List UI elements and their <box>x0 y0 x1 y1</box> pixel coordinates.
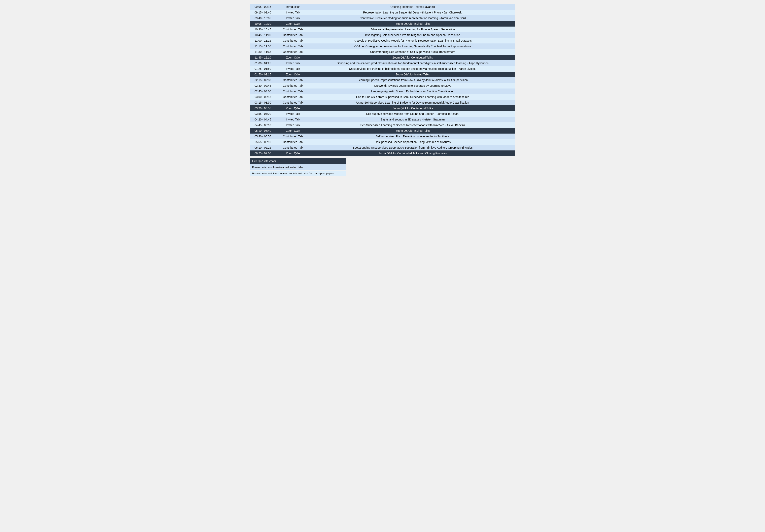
row-title: Self-Supervised Learning of Speech Repre… <box>310 122 515 128</box>
legend-item: Pre-recorder and live-streamed contribut… <box>250 171 347 177</box>
legend-item: Pre-recorded and live-streamed invited t… <box>250 164 347 170</box>
row-type: Invited Talk <box>276 111 310 117</box>
row-type: Zoom Q&A <box>276 128 310 134</box>
row-time: 10:05 - 10:30 <box>250 21 276 27</box>
schedule-row: 03:00 - 03:15 Contributed Talk End-to-En… <box>250 94 515 100</box>
row-type: Contributed Talk <box>276 89 310 94</box>
row-title: Zoom Q&A for Contributed Talks <box>310 55 515 60</box>
row-type: Contributed Talk <box>276 100 310 105</box>
row-type: Contributed Talk <box>276 145 310 151</box>
row-time: 09:15 - 09:40 <box>250 10 276 15</box>
schedule-row: 04:45 - 05:10 Invited Talk Self-Supervis… <box>250 122 515 128</box>
row-time: 09:05 - 09:15 <box>250 4 276 10</box>
row-type: Zoom Q&A <box>276 72 310 77</box>
schedule-row: 09:40 - 10:05 Invited Talk Contrastive P… <box>250 15 515 21</box>
row-title: Representation Learning on Sequential Da… <box>310 10 515 15</box>
schedule-row: 01:50 - 02:15 Zoom Q&A Zoom Q&A for Invi… <box>250 72 515 77</box>
schedule-row: 09:15 - 09:40 Invited Talk Representatio… <box>250 10 515 15</box>
row-title: Using Self-Supervised Learning of Birdso… <box>310 100 515 105</box>
row-time: 11:15 - 11:30 <box>250 43 276 49</box>
schedule-row: 03:55 - 04:20 Invited Talk Self-supervis… <box>250 111 515 117</box>
row-title: Zoom Q&A for Invited Talks <box>310 72 515 77</box>
row-title: Zoom Q&A for Invited Talks <box>310 21 515 27</box>
schedule-container: 09:05 - 09:15 Introduction Opening Remar… <box>250 4 515 177</box>
row-time: 05:10 - 05:40 <box>250 128 276 134</box>
row-time: 10:30 - 10:45 <box>250 27 276 32</box>
schedule-row: 10:30 - 10:45 Contributed Talk Adversari… <box>250 27 515 32</box>
schedule-row: 01:00 - 01:25 Invited Talk Denoising and… <box>250 60 515 66</box>
schedule-row: 03:15 - 03:30 Contributed Talk Using Sel… <box>250 100 515 105</box>
row-type: Contributed Talk <box>276 134 310 139</box>
row-type: Contributed Talk <box>276 49 310 55</box>
row-title: Zoom Q&A for Contributed Talks and Closi… <box>310 151 515 156</box>
row-time: 03:00 - 03:15 <box>250 94 276 100</box>
row-time: 11:00 - 11:15 <box>250 38 276 43</box>
row-type: Contributed Talk <box>276 94 310 100</box>
row-time: 06:10 - 06:25 <box>250 145 276 151</box>
row-time: 11:45 - 12:10 <box>250 55 276 60</box>
row-title: Denoising and real-vs-corrupted classifi… <box>310 60 515 66</box>
row-title: Unsupervised Speech Separation Using Mix… <box>310 139 515 145</box>
row-time: 09:40 - 10:05 <box>250 15 276 21</box>
row-type: Contributed Talk <box>276 83 310 89</box>
row-type: Contributed Talk <box>276 77 310 83</box>
schedule-row: 11:45 - 12:10 Zoom Q&A Zoom Q&A for Cont… <box>250 55 515 60</box>
row-title: Bootstrapping Unsupervised Deep Music Se… <box>310 145 515 151</box>
row-title: Unsupervised pre-training of bidirection… <box>310 66 515 72</box>
schedule-row: 05:40 - 05:55 Contributed Talk Self-supe… <box>250 134 515 139</box>
row-type: Invited Talk <box>276 66 310 72</box>
row-time: 01:25 - 01:50 <box>250 66 276 72</box>
row-type: Contributed Talk <box>276 38 310 43</box>
row-type: Contributed Talk <box>276 139 310 145</box>
schedule-row: 06:25 - 07:00 Zoom Q&A Zoom Q&A for Cont… <box>250 151 515 156</box>
row-time: 02:30 - 02:45 <box>250 83 276 89</box>
row-time: 03:30 - 03:55 <box>250 105 276 111</box>
row-type: Zoom Q&A <box>276 151 310 156</box>
row-type: Contributed Talk <box>276 32 310 38</box>
schedule-row: 05:10 - 05:40 Zoom Q&A Zoom Q&A for Invi… <box>250 128 515 134</box>
row-title: End-to-End ASR: from Supervised to Semi-… <box>310 94 515 100</box>
row-type: Invited Talk <box>276 122 310 128</box>
schedule-row: 04:20 - 04:45 Invited Talk Sights and so… <box>250 117 515 122</box>
schedule-row: 09:05 - 09:15 Introduction Opening Remar… <box>250 4 515 10</box>
row-title: Self-supervised video Models from Sound … <box>310 111 515 117</box>
row-type: Invited Talk <box>276 10 310 15</box>
schedule-row: 03:30 - 03:55 Zoom Q&A Zoom Q&A for Cont… <box>250 105 515 111</box>
row-time: 04:20 - 04:45 <box>250 117 276 122</box>
row-time: 03:55 - 04:20 <box>250 111 276 117</box>
row-time: 02:15 - 02:30 <box>250 77 276 83</box>
schedule-row: 11:30 - 11:45 Contributed Talk Understan… <box>250 49 515 55</box>
row-type: Zoom Q&A <box>276 105 310 111</box>
row-title: Investigating Self-supervised Pre-traini… <box>310 32 515 38</box>
schedule-row: 06:10 - 06:25 Contributed Talk Bootstrap… <box>250 145 515 151</box>
row-time: 10:45 - 11:00 <box>250 32 276 38</box>
schedule-table: 09:05 - 09:15 Introduction Opening Remar… <box>250 4 515 156</box>
row-time: 04:45 - 05:10 <box>250 122 276 128</box>
row-type: Invited Talk <box>276 117 310 122</box>
row-title: Zoom Q&A for Contributed Talks <box>310 105 515 111</box>
row-title: Zoom Q&A for Invited Talks <box>310 128 515 134</box>
row-type: Zoom Q&A <box>276 55 310 60</box>
row-time: 01:00 - 01:25 <box>250 60 276 66</box>
schedule-row: 05:55 - 06:10 Contributed Talk Unsupervi… <box>250 139 515 145</box>
schedule-row: 10:45 - 11:00 Contributed Talk Investiga… <box>250 32 515 38</box>
row-type: Introduction <box>276 4 310 10</box>
row-time: 02:45 - 03:00 <box>250 89 276 94</box>
row-title: Contrastive Predictive Coding for audio … <box>310 15 515 21</box>
schedule-row: 02:15 - 02:30 Contributed Talk Learning … <box>250 77 515 83</box>
legend-container: Live Q&A with Zoom.Pre-recorded and live… <box>250 158 347 177</box>
row-title: COALA: Co-Aligned Autoencoders for Learn… <box>310 43 515 49</box>
row-title: OtoWorld: Towards Learning to Separate b… <box>310 83 515 89</box>
legend-item: Live Q&A with Zoom. <box>250 158 347 164</box>
row-time: 11:30 - 11:45 <box>250 49 276 55</box>
schedule-row: 02:45 - 03:00 Contributed Talk Language … <box>250 89 515 94</box>
schedule-row: 11:00 - 11:15 Contributed Talk Analysis … <box>250 38 515 43</box>
row-title: Adversarial Representation Learning for … <box>310 27 515 32</box>
row-type: Invited Talk <box>276 15 310 21</box>
row-type: Invited Talk <box>276 60 310 66</box>
row-type: Zoom Q&A <box>276 21 310 27</box>
schedule-row: 02:30 - 02:45 Contributed Talk OtoWorld:… <box>250 83 515 89</box>
row-type: Contributed Talk <box>276 27 310 32</box>
row-title: Learning Speech Representations from Raw… <box>310 77 515 83</box>
row-time: 01:50 - 02:15 <box>250 72 276 77</box>
